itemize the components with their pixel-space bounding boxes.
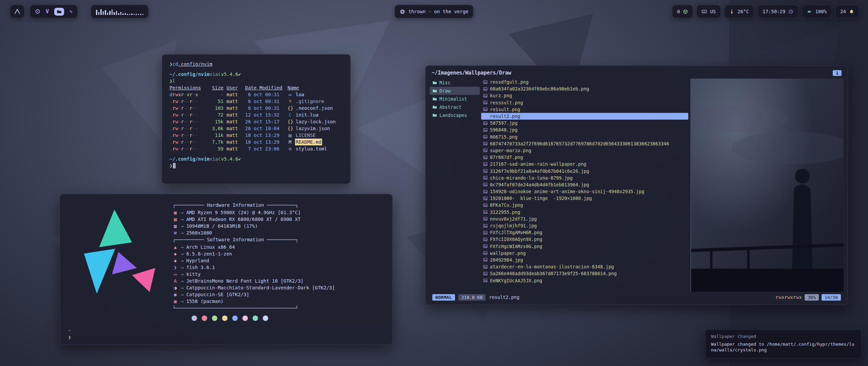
bell-icon: [849, 9, 854, 14]
file-size-badge: 218.8 KB: [458, 294, 486, 301]
file-size: 15k: [206, 118, 223, 125]
notifications-widget[interactable]: 24: [835, 5, 859, 18]
workspace-files-icon-active[interactable]: [54, 8, 64, 16]
file-row[interactable]: 19201080-__blue-tinge__-1920×1080.jpg: [481, 195, 688, 202]
file-name-cell: ⌥ .gitignore: [288, 98, 343, 105]
file-name: FXfcII0X0AQyn9X.png: [490, 237, 542, 242]
software-section-header: ┌────────── Software Information ───────…: [173, 236, 383, 244]
directory-item[interactable]: Draw: [430, 87, 480, 95]
clock-widget[interactable]: 17:50:29: [757, 5, 798, 18]
image-file-icon: [483, 196, 488, 201]
file-row[interactable]: FXfcHgcWIAMzs0G.png: [481, 243, 688, 250]
prompt-symbol: ❯: [170, 78, 172, 84]
music-widget[interactable]: thrown - on the verge: [394, 5, 473, 18]
display-icon: ⊞: [173, 229, 178, 236]
visualizer-bar: [142, 14, 144, 15]
info-row: ▭ → kitty: [173, 271, 383, 278]
file-row[interactable]: resssult.png: [481, 99, 688, 106]
listing-row: .rw-r--r-- 11k matt 18 oct 13:29 ▤ LICEN…: [170, 132, 343, 139]
directory-name: Abstract: [439, 104, 461, 110]
updates-widget[interactable]: 0: [672, 5, 693, 18]
file-row[interactable]: FXfcJlTXgAMvH6R.png: [481, 229, 688, 236]
file-owner: matt: [226, 145, 242, 152]
permissions: .rw-r--r--: [170, 139, 203, 145]
workspace-edit-icon[interactable]: ✎: [70, 8, 73, 15]
file-row[interactable]: 596848.jpg: [481, 126, 688, 133]
notification-count: 24: [840, 9, 846, 14]
terminal-icon: ▭: [173, 271, 178, 278]
file-name: init.lua: [295, 111, 319, 118]
listing-row: .rw-r--r-- 3,0k matt 26 oct 10:04 {} laz…: [170, 125, 343, 132]
file-name: super-mario.png: [490, 148, 531, 153]
file-row[interactable]: 87r687df.png: [481, 154, 688, 161]
directory-item[interactable]: Misc: [430, 79, 480, 87]
folder-icon: [432, 113, 437, 118]
image-file-icon: [483, 271, 488, 276]
file-row[interactable]: result2.png: [481, 113, 688, 120]
lua-version: v5.4.6: [221, 156, 238, 162]
file-row[interactable]: 154928-odinokoe_anime-art-anime-okno-sin…: [481, 188, 688, 195]
active-prompt[interactable]: ❯: [170, 162, 343, 169]
file-row[interactable]: 3126f7e9bbf21a8a4af0b67b041c6e26.jpg: [481, 167, 688, 174]
file-name: LICENSE: [295, 132, 316, 139]
file-owner: matt: [226, 118, 242, 125]
launcher-button[interactable]: [10, 5, 24, 18]
image-file-icon: [483, 210, 488, 214]
lua-icon: ☾: [218, 71, 221, 78]
arrow-glyph: →: [181, 257, 183, 264]
file-row[interactable]: 587597.jpg: [481, 120, 688, 126]
file-row[interactable]: 217167-sad-anime-rain-wallpaper.png: [481, 161, 688, 167]
file-row[interactable]: super-mario.png: [481, 147, 688, 154]
palette-dot: [202, 316, 207, 321]
file-row[interactable]: 8FKa7Cu.jpeg: [481, 202, 688, 208]
image-file-icon: [483, 224, 488, 228]
file-row[interactable]: 3122955.png: [481, 209, 688, 216]
image-file-icon: [483, 141, 488, 146]
file-row[interactable]: 20492984.jpg: [481, 257, 688, 263]
image-file-icon: [483, 148, 488, 152]
file-row[interactable]: kurz.png: [481, 92, 688, 99]
directory-item[interactable]: Minimalist: [430, 95, 480, 103]
date-modified: 26 oct 15:17: [245, 118, 284, 125]
via-label: via: [210, 156, 218, 162]
keyboard-layout-widget[interactable]: US: [696, 5, 721, 18]
shell-prompt[interactable]: ~ ❯: [68, 327, 71, 341]
notification-popup[interactable]: Wallpaper Changed Wallpaper changed to /…: [705, 329, 862, 359]
file-row[interactable]: 0c794faf07de24a4db4d4fb1eb813964.jpg: [481, 181, 688, 188]
date-modified: 7 oct 23:06: [245, 145, 284, 152]
file-row[interactable]: atardecer-en-la-montanas-ilustracion-634…: [481, 263, 688, 270]
command: l: [172, 78, 175, 84]
temperature-value: 26°C: [737, 9, 749, 14]
folder-icon: [432, 97, 437, 101]
workspace-browser-icon[interactable]: [35, 9, 40, 14]
palette-dot: [222, 316, 228, 321]
file-row[interactable]: 68747470733a2f2f696d616765732d7769786d70…: [481, 140, 688, 147]
date-modified: 18 oct 13:29: [245, 132, 284, 139]
file-row[interactable]: 08a634fa02a32364f69ebc86a98eb1eb.png: [481, 85, 688, 92]
info-row: ❯ → fish 3.6.1: [173, 264, 383, 271]
file-row[interactable]: wallpaper.png: [481, 250, 688, 257]
file-row[interactable]: 5a266e448add93deab367d87173e9f25-6837886…: [481, 270, 688, 277]
via-label: via: [210, 71, 218, 78]
file-row[interactable]: nnvuv0xj2df71.jpg: [481, 216, 688, 222]
file-name: 68747470733a2f2f696d616765732d7769786d70…: [490, 141, 669, 146]
git-icon: ⌥: [288, 98, 293, 105]
file-row[interactable]: EeNKYgIUcAAJ5JX.png: [481, 277, 688, 284]
file-size: 59: [206, 145, 223, 152]
directory-item[interactable]: Abstract: [430, 103, 480, 111]
file-row[interactable]: 866715.png: [481, 134, 688, 140]
folder-icon: [432, 80, 437, 85]
info-row: ◆ → 6.5.8-zen1-1-zen: [173, 250, 383, 257]
file-name: 217167-sad-anime-rain-wallpaper.png: [490, 161, 586, 167]
volume-widget[interactable]: 100%: [802, 5, 832, 18]
file-name: rsjqojlmjhf91.jpg: [490, 223, 537, 228]
file-row[interactable]: rsjqojlmjhf91.jpg: [481, 222, 688, 229]
file-row[interactable]: chica-mirando-la-luna-8799.jpg: [481, 175, 688, 181]
workspace-vim-icon[interactable]: V: [46, 8, 49, 15]
directory-item[interactable]: Landscapes: [430, 111, 480, 119]
file-row[interactable]: ressdfgult.png: [481, 79, 688, 85]
file-row[interactable]: re1sult.png: [481, 106, 688, 113]
tab-indicator[interactable]: 1: [833, 70, 842, 76]
temperature-widget[interactable]: 26°C: [724, 5, 754, 18]
file-row[interactable]: FXfcII0X0AQyn9X.png: [481, 236, 688, 243]
